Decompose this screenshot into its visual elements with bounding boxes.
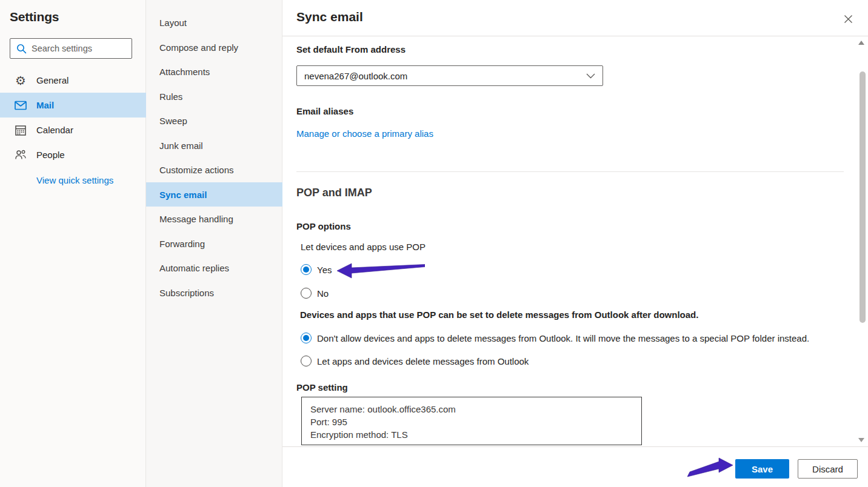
category-item-forwarding[interactable]: Forwarding xyxy=(146,231,282,256)
category-item-subscriptions[interactable]: Subscriptions xyxy=(146,280,282,305)
outlook-settings-dialog: Settings ⚙ General Mail xyxy=(0,0,868,487)
sidebar-item-label: Calendar xyxy=(36,125,73,135)
category-item-compose-and-reply[interactable]: Compose and reply xyxy=(146,35,282,59)
people-icon xyxy=(15,150,27,160)
pop-options-label: POP options xyxy=(296,221,351,231)
category-item-message-handling[interactable]: Message handling xyxy=(146,207,282,231)
manage-alias-link[interactable]: Manage or choose a primary alias xyxy=(296,128,433,139)
settings-title: Settings xyxy=(10,10,59,24)
category-item-attachments[interactable]: Attachments xyxy=(146,59,282,84)
sidebar-item-label: General xyxy=(36,75,68,85)
section-divider xyxy=(296,171,844,172)
mail-icon xyxy=(15,101,27,110)
chevron-down-icon xyxy=(586,73,595,79)
scrollbar-up-arrow[interactable] xyxy=(858,41,864,45)
category-item-junk-email[interactable]: Junk email xyxy=(146,133,282,157)
close-button[interactable] xyxy=(841,12,855,25)
sidebar-item-general[interactable]: ⚙ General xyxy=(0,68,146,93)
pop-delete-label: Devices and apps that use POP can be set… xyxy=(300,310,698,320)
from-address-label: Set default From address xyxy=(296,44,406,55)
pop-setting-box: Server name: outlook.office365.com Port:… xyxy=(301,397,642,445)
radio-label: Don't allow devices and apps to delete m… xyxy=(317,333,809,343)
radio-unselected-icon xyxy=(301,356,312,366)
pop-imap-section-title: POP and IMAP xyxy=(296,187,372,199)
save-button[interactable]: Save xyxy=(735,459,789,479)
category-item-sync-email[interactable]: Sync email xyxy=(146,182,282,207)
panel-title: Sync email xyxy=(296,10,363,24)
radio-label: Yes xyxy=(317,265,332,275)
use-pop-label: Let devices and apps use POP xyxy=(301,242,426,252)
pop-port: Port: 995 xyxy=(310,416,641,428)
email-aliases-label: Email aliases xyxy=(296,106,353,116)
radio-pop-yes[interactable]: Yes xyxy=(301,264,332,275)
view-quick-settings-link[interactable]: View quick settings xyxy=(36,175,113,185)
panel-header: Sync email xyxy=(282,0,868,36)
sidebar-item-label: People xyxy=(36,150,65,160)
category-item-customize-actions[interactable]: Customize actions xyxy=(146,157,282,182)
sync-email-panel: Sync email Set default From address neve… xyxy=(282,0,868,487)
annotation-arrow-yes xyxy=(337,263,425,279)
radio-selected-icon xyxy=(301,333,312,343)
pop-encryption: Encryption method: TLS xyxy=(310,428,641,441)
category-item-automatic-replies[interactable]: Automatic replies xyxy=(146,256,282,280)
radio-selected-icon xyxy=(301,264,312,275)
radio-unselected-icon xyxy=(301,288,312,299)
radio-dont-allow-delete[interactable]: Don't allow devices and apps to delete m… xyxy=(301,333,809,343)
close-icon xyxy=(844,15,853,24)
category-item-sweep[interactable]: Sweep xyxy=(146,108,282,133)
pop-setting-label: POP setting xyxy=(296,382,348,393)
settings-sidebar: Settings ⚙ General Mail xyxy=(0,0,146,487)
radio-pop-no[interactable]: No xyxy=(301,288,329,299)
from-address-value: nevena267@outlook.com xyxy=(304,71,586,81)
calendar-icon xyxy=(15,125,27,136)
annotation-arrow-save xyxy=(687,457,733,479)
radio-allow-delete[interactable]: Let apps and devices delete messages fro… xyxy=(301,356,529,366)
sidebar-item-people[interactable]: People xyxy=(0,142,146,167)
panel-footer: Save Discard xyxy=(282,446,868,487)
category-item-layout[interactable]: Layout xyxy=(146,10,282,35)
pop-server-name: Server name: outlook.office365.com xyxy=(310,403,641,416)
scrollbar-thumb[interactable] xyxy=(860,71,866,323)
search-icon xyxy=(16,44,27,54)
sidebar-item-mail[interactable]: Mail xyxy=(0,93,146,118)
scrollbar-down-arrow[interactable] xyxy=(858,438,864,442)
discard-button[interactable]: Discard xyxy=(798,459,858,479)
category-item-rules[interactable]: Rules xyxy=(146,84,282,108)
from-address-dropdown[interactable]: nevena267@outlook.com xyxy=(296,65,603,86)
gear-icon: ⚙ xyxy=(15,75,27,87)
search-settings-box[interactable] xyxy=(10,38,132,59)
sidebar-item-label: Mail xyxy=(36,100,54,110)
sidebar-item-calendar[interactable]: Calendar xyxy=(0,118,146,142)
radio-label: No xyxy=(317,288,329,299)
search-input[interactable] xyxy=(32,44,127,53)
mail-categories-list: Layout Compose and reply Attachments Rul… xyxy=(146,0,282,487)
radio-label: Let apps and devices delete messages fro… xyxy=(317,356,529,366)
